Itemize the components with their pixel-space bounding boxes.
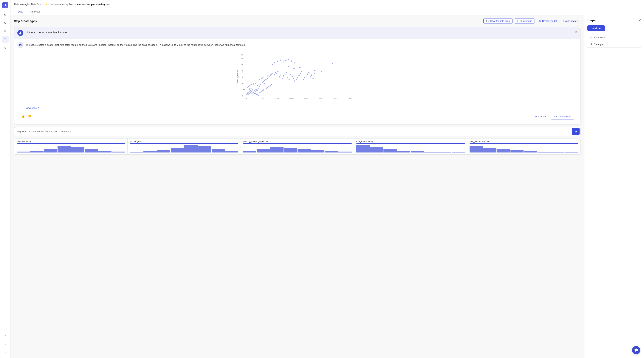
svg-point-3	[19, 33, 22, 34]
download-button[interactable]: ⬇ Download	[529, 114, 549, 119]
col-latitude: latitude (float)	[128, 138, 241, 154]
svg-point-107	[262, 90, 263, 91]
svg-point-121	[272, 64, 273, 65]
ai-response-text: The code creates a scatter plot with 'to…	[26, 42, 246, 47]
col-housing-median-age: housing_median_age (float)	[241, 138, 354, 154]
col-housing-median-age-name: housing_median_age (float)	[243, 140, 352, 143]
svg-point-38	[256, 90, 258, 91]
ai-avatar	[17, 42, 23, 48]
export-data-button[interactable]: Export data ▾	[561, 18, 581, 23]
chat-for-data-prep-button[interactable]: 💬 Chat for data prep	[483, 18, 513, 24]
add-step-button[interactable]: + Add step	[588, 25, 605, 31]
svg-point-90	[310, 76, 311, 77]
svg-text:median_income: median_income	[236, 70, 239, 84]
sidebar-refresh-icon[interactable]: ↻	[2, 19, 8, 26]
sidebar-signout-icon[interactable]: →	[2, 341, 8, 348]
sidebar-help-icon[interactable]: ?	[2, 333, 8, 339]
svg-point-56	[264, 80, 265, 81]
sidebar-circles-icon[interactable]: ⊙	[2, 44, 8, 51]
chat-bubble-icon: 💬	[634, 348, 638, 352]
svg-point-91	[311, 74, 312, 76]
view-code-toggle[interactable]: View code ∧	[26, 107, 574, 109]
svg-point-73	[286, 72, 287, 73]
svg-point-120	[288, 66, 289, 67]
svg-point-50	[262, 82, 263, 83]
svg-point-60	[268, 76, 270, 77]
copy-icon[interactable]: ⧉	[576, 30, 577, 34]
chat-input-row: ➤	[14, 127, 580, 136]
svg-text:◆: ◆	[4, 3, 6, 6]
sidebar-list-icon[interactable]: ☰	[2, 36, 8, 42]
col-total-bedrooms: total_bedrooms (float)	[467, 138, 580, 154]
thumbs-down-button[interactable]: 👎	[27, 114, 32, 119]
show-steps-button[interactable]: ≡ Show steps	[514, 18, 535, 24]
svg-point-32	[249, 88, 250, 90]
step-title: Step 2. Data types	[14, 19, 37, 22]
steps-panel: Steps ✕ + Add step › 1. S3 Source › 2. D…	[584, 15, 644, 358]
breadcrumb-flow[interactable]: canvas-data-prep.flow	[50, 3, 74, 5]
svg-point-93	[314, 73, 315, 74]
breadcrumb-root[interactable]: Data Wrangler: Data flow	[14, 3, 41, 5]
svg-text:20,000: 20,000	[319, 98, 324, 100]
main-area: Data Wrangler: Data flow › ⚡ canvas-data…	[10, 0, 644, 358]
chat-send-button[interactable]: ➤	[572, 128, 580, 135]
thumbs-up-button[interactable]: 👍	[20, 114, 26, 119]
steps-panel-header: Steps ✕	[588, 18, 641, 22]
svg-point-53	[259, 79, 260, 80]
action-bar-right: ⬇ Download Add to analyses	[529, 114, 574, 119]
svg-point-27	[248, 91, 250, 92]
svg-point-94	[246, 94, 248, 95]
add-to-analyses-button[interactable]: Add to analyses	[550, 114, 574, 119]
svg-point-74	[287, 77, 288, 78]
step-item-data-types[interactable]: › 2. Data types	[588, 41, 641, 48]
svg-point-99	[252, 92, 254, 93]
col-total-rooms-name: total_rooms (float)	[356, 140, 465, 143]
svg-point-114	[271, 84, 272, 85]
tab-analyses[interactable]: Analyses	[27, 8, 44, 15]
ai-header: The code creates a scatter plot with 'to…	[17, 42, 577, 48]
col-total-rooms: total_rooms (float)	[354, 138, 467, 154]
col-total-bedrooms-histogram	[470, 145, 578, 152]
svg-point-80	[296, 79, 297, 80]
create-model-button[interactable]: ⊙ Create model	[536, 18, 559, 23]
svg-point-126	[286, 60, 286, 61]
sidebar-expand-button[interactable]: ›	[2, 349, 8, 356]
view-code-label: View code	[26, 107, 37, 109]
tab-data[interactable]: Data	[14, 8, 27, 15]
breadcrumb: Data Wrangler: Data flow › ⚡ canvas-data…	[10, 0, 644, 8]
svg-point-67	[277, 71, 278, 72]
col-longitude: longitude (float)	[14, 138, 128, 154]
svg-point-86	[304, 77, 305, 78]
svg-point-127	[288, 59, 289, 60]
svg-point-45	[253, 83, 254, 84]
svg-point-125	[282, 61, 284, 62]
svg-point-62	[271, 73, 272, 75]
step-item-s3-source[interactable]: › 1. S3 Source	[588, 34, 641, 41]
tab-bar: Data Analyses	[10, 8, 644, 15]
svg-point-42	[248, 86, 249, 87]
user-message-text: plot total_rooms vs median_income	[26, 30, 67, 34]
svg-point-33	[250, 87, 252, 89]
svg-point-83	[300, 73, 301, 74]
download-icon: ⬇	[532, 115, 534, 118]
svg-point-30	[251, 91, 252, 92]
svg-point-101	[255, 93, 256, 94]
svg-point-58	[267, 78, 268, 79]
svg-text:0 —: 0 —	[242, 95, 245, 97]
svg-point-100	[254, 93, 255, 94]
step-chevron-1-icon: ›	[589, 36, 590, 38]
svg-point-106	[260, 91, 262, 92]
sidebar-settings-icon[interactable]: ⚙	[2, 11, 8, 18]
chat-input[interactable]	[14, 128, 572, 135]
svg-point-71	[283, 75, 284, 76]
chat-bubble-fixed[interactable]: 💬	[632, 346, 640, 354]
sidebar-asterisk-icon[interactable]: ✳	[2, 28, 8, 34]
svg-point-98	[252, 93, 252, 94]
svg-text:16,000: 16,000	[304, 98, 309, 100]
svg-point-87	[306, 75, 306, 76]
step-header: Step 2. Data types 💬 Chat for data prep …	[14, 18, 580, 24]
svg-point-69	[280, 74, 282, 76]
svg-point-84	[301, 71, 302, 72]
svg-point-116	[321, 71, 322, 72]
steps-panel-close-button[interactable]: ✕	[638, 18, 641, 22]
